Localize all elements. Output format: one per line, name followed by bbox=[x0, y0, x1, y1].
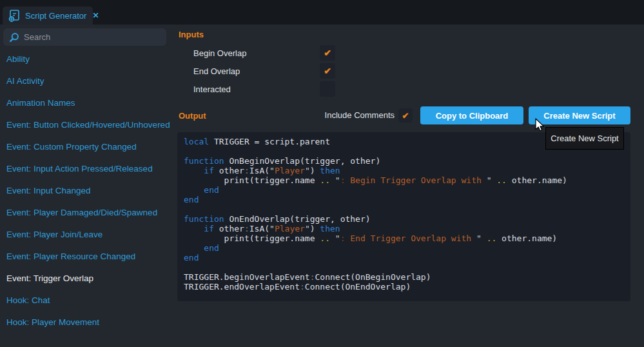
code-line: TRIGGER.endOverlapEvent:Connect(OnEndOve… bbox=[184, 282, 630, 292]
sidebar-item[interactable]: Event: Player Damaged/Died/Spawned bbox=[0, 202, 174, 224]
include-comments-label: Include Comments bbox=[325, 110, 395, 120]
code-line: function OnEndOverlap(trigger, other) bbox=[184, 214, 630, 224]
input-label: Interacted bbox=[193, 84, 320, 94]
input-label: Begin Overlap bbox=[193, 48, 320, 58]
inputs-heading: Inputs bbox=[179, 30, 204, 39]
tooltip: Create New Script bbox=[545, 127, 624, 150]
sidebar-item[interactable]: Animation Names bbox=[0, 92, 174, 114]
tab-close-icon[interactable]: ✕ bbox=[92, 11, 99, 20]
checkbox-checked[interactable]: ✔ bbox=[320, 45, 335, 61]
include-comments-checkbox[interactable]: ✔ bbox=[398, 108, 413, 123]
code-line: end bbox=[184, 253, 630, 263]
code-line: end bbox=[184, 195, 630, 204]
code-line: end bbox=[184, 243, 630, 253]
checkbox-unchecked[interactable] bbox=[320, 81, 335, 97]
code-line: print(trigger.name .. ": Begin Trigger O… bbox=[184, 175, 630, 185]
input-row: End Overlap✔ bbox=[193, 63, 335, 79]
code-line: print(trigger.name .. ": End Trigger Ove… bbox=[184, 233, 630, 243]
code-line: TRIGGER.beginOverlapEvent:Connect(OnBegi… bbox=[184, 272, 630, 282]
search-input[interactable]: Search bbox=[3, 28, 166, 46]
sidebar-item[interactable]: Event: Player Resource Changed bbox=[0, 246, 174, 268]
sidebar-item[interactable]: Event: Button Clicked/Hovered/Unhovered bbox=[0, 114, 174, 136]
script-generator-icon bbox=[8, 9, 21, 22]
sidebar-item[interactable]: Event: Player Join/Leave bbox=[0, 224, 174, 246]
code-line: if other:IsA("Player") then bbox=[184, 166, 630, 175]
sidebar-list: AbilityAI ActivityAnimation NamesEvent: … bbox=[0, 48, 174, 333]
sidebar-item[interactable]: Event: Input Action Pressed/Released bbox=[0, 158, 174, 180]
sidebar-item[interactable]: Event: Input Changed bbox=[0, 180, 174, 202]
tab-bar: Script Generator ✕ bbox=[0, 0, 644, 25]
sidebar-item[interactable]: Hook: Chat bbox=[0, 290, 174, 312]
code-line bbox=[184, 263, 630, 272]
sidebar-item[interactable]: Event: Custom Property Changed bbox=[0, 136, 174, 158]
input-row: Begin Overlap✔ bbox=[193, 45, 335, 61]
tab-script-generator[interactable]: Script Generator ✕ bbox=[3, 6, 93, 25]
input-label: End Overlap bbox=[193, 66, 320, 76]
create-new-script-button[interactable]: Create New Script bbox=[529, 106, 630, 124]
input-row: Interacted bbox=[193, 81, 335, 97]
sidebar: Search AbilityAI ActivityAnimation Names… bbox=[0, 25, 174, 347]
code-block[interactable]: local TRIGGER = script.parent function O… bbox=[177, 132, 630, 301]
copy-to-clipboard-button[interactable]: Copy to Clipboard bbox=[420, 106, 523, 124]
search-placeholder: Search bbox=[24, 32, 50, 42]
output-controls: Include Comments ✔ Copy to Clipboard Cre… bbox=[174, 106, 630, 124]
code-line: end bbox=[184, 185, 630, 195]
sidebar-item[interactable]: AI Activity bbox=[0, 70, 174, 92]
code-line: if other:IsA("Player") then bbox=[184, 224, 630, 233]
script-generator-window: Script Generator ✕ Search AbilityAI Acti… bbox=[0, 0, 644, 347]
main-panel: Inputs Begin Overlap✔End Overlap✔Interac… bbox=[174, 25, 644, 347]
checkbox-checked[interactable]: ✔ bbox=[320, 63, 335, 79]
tab-title: Script Generator bbox=[25, 11, 86, 21]
code-line: function OnBeginOverlap(trigger, other) bbox=[184, 156, 630, 166]
sidebar-item[interactable]: Hook: Player Movement bbox=[0, 312, 174, 333]
sidebar-item[interactable]: Event: Trigger Overlap bbox=[0, 268, 174, 290]
search-icon bbox=[9, 32, 19, 43]
tooltip-text: Create New Script bbox=[551, 134, 618, 143]
code-line bbox=[184, 204, 630, 214]
sidebar-item[interactable]: Ability bbox=[0, 48, 174, 70]
